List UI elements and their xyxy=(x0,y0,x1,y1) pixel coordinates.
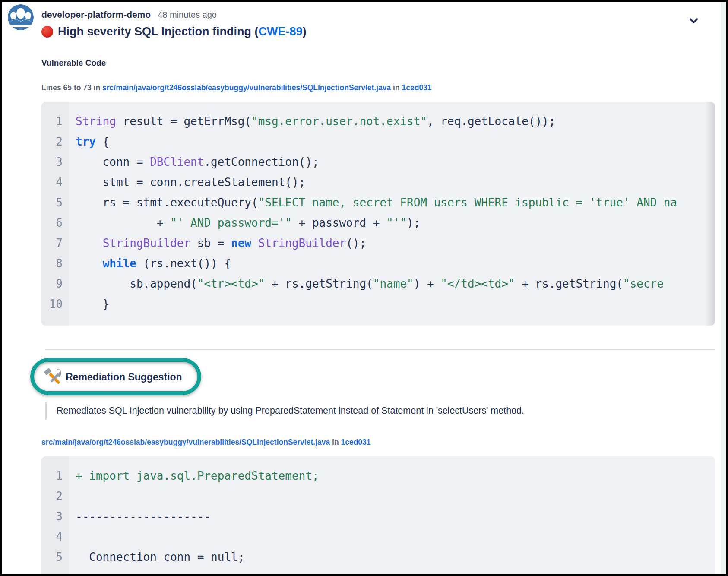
title-close-paren: ) xyxy=(303,25,307,38)
comment-header: developer-platform-demo 48 minutes ago H… xyxy=(2,2,726,38)
line-number: 2 xyxy=(41,486,69,506)
team-avatar-icon[interactable] xyxy=(8,4,34,30)
red-circle-icon xyxy=(41,26,53,38)
in-label: in xyxy=(391,83,402,92)
in-label-2: in xyxy=(330,438,341,446)
lines-range-label: Lines 65 to 73 in xyxy=(41,83,102,92)
commit-link-2[interactable]: 1ced031 xyxy=(341,438,370,446)
code-text: + "' AND password='" + password + "'"); xyxy=(69,213,715,233)
line-number: 6 xyxy=(41,213,69,233)
line-number: 8 xyxy=(41,253,69,274)
code-text xyxy=(69,486,715,506)
remediation-quote-text: Remediates SQL Injection vulnerability b… xyxy=(57,405,524,416)
code-text: Connection conn = null; xyxy=(69,547,715,567)
chevron-down-icon[interactable] xyxy=(688,15,700,28)
code-text xyxy=(69,527,715,547)
line-number: 1 xyxy=(41,466,69,486)
code-line: 3-------------------- xyxy=(41,506,715,527)
code-line: 1+ import java.sql.PreparedStatement; xyxy=(41,466,715,486)
author-name[interactable]: developer-platform-demo xyxy=(41,9,151,20)
code-text: + import java.sql.PreparedStatement; xyxy=(69,466,715,486)
code-line: 2 xyxy=(41,486,715,506)
code-text: String result = getErrMsg("msg.error.use… xyxy=(69,111,715,132)
code-text: while (rs.next()) { xyxy=(69,253,715,274)
line-number: 4 xyxy=(41,527,69,547)
line-number: 4 xyxy=(41,172,69,193)
code-text: conn = DBClient.getConnection(); xyxy=(69,152,715,172)
code-line: 4 stmt = conn.createStatement(); xyxy=(41,172,715,193)
file-path-link-2[interactable]: src/main/java/org/t246osslab/easybuggy/v… xyxy=(41,438,330,446)
byline: developer-platform-demo 48 minutes ago xyxy=(41,9,726,20)
remediation-code-block[interactable]: 1+ import java.sql.PreparedStatement;23-… xyxy=(41,456,715,576)
code-line: 8 while (rs.next()) { xyxy=(41,253,715,274)
code-text: } xyxy=(69,294,715,314)
remediation-heading-row: Remediation Suggestion xyxy=(41,365,715,389)
code-text: stmt = conn.createStatement(); xyxy=(69,172,715,193)
code-line: 4 xyxy=(41,527,715,547)
code-line: 9 sb.append("<tr><td>" + rs.getString("n… xyxy=(41,274,715,294)
code-line: 5 rs = stmt.executeQuery("SELECT name, s… xyxy=(41,193,715,213)
commit-link[interactable]: 1ced031 xyxy=(402,83,432,92)
vulnerable-code-block[interactable]: 1String result = getErrMsg("msg.error.us… xyxy=(41,102,715,326)
line-number: 10 xyxy=(41,294,69,314)
line-number: 3 xyxy=(41,506,69,527)
right-edge-strip xyxy=(721,2,726,574)
line-number: 7 xyxy=(41,233,69,253)
comment-body: Vulnerable Code Lines 65 to 73 in src/ma… xyxy=(41,58,715,576)
section-divider xyxy=(45,349,715,350)
line-number: 9 xyxy=(41,274,69,294)
line-number: 5 xyxy=(41,193,69,213)
vulnerable-code-heading: Vulnerable Code xyxy=(41,58,715,68)
code-line: 3 conn = DBClient.getConnection(); xyxy=(41,152,715,172)
code-line: 2try { xyxy=(41,132,715,152)
screenshot-frame: developer-platform-demo 48 minutes ago H… xyxy=(0,0,728,576)
line-number: 5 xyxy=(41,547,69,567)
file-path-link[interactable]: src/main/java/org/t246osslab/easybuggy/v… xyxy=(102,83,391,92)
title-text: High severity SQL Injection finding ( xyxy=(58,25,259,38)
line-number: 3 xyxy=(41,152,69,172)
code-text: rs = stmt.executeQuery("SELECT name, sec… xyxy=(69,193,715,213)
code-line: 5 Connection conn = null; xyxy=(41,547,715,567)
code-line: 10 } xyxy=(41,294,715,314)
code-line: 1String result = getErrMsg("msg.error.us… xyxy=(41,111,715,132)
hammer-wrench-icon xyxy=(44,368,61,386)
remediation-heading: Remediation Suggestion xyxy=(66,371,182,383)
code-line: 6 + "' AND password='" + password + "'")… xyxy=(41,213,715,233)
code-context-line: Lines 65 to 73 in src/main/java/org/t246… xyxy=(41,83,715,92)
line-number: 1 xyxy=(41,111,69,132)
code-text: -------------------- xyxy=(69,506,715,527)
code-text: sb.append("<tr><td>" + rs.getString("nam… xyxy=(69,274,715,294)
remediation-context-line: src/main/java/org/t246osslab/easybuggy/v… xyxy=(41,438,715,447)
code-text: try { xyxy=(69,132,715,152)
finding-title: High severity SQL Injection finding ( CW… xyxy=(41,25,726,38)
remediation-quote: Remediates SQL Injection vulnerability b… xyxy=(45,402,715,420)
timestamp: 48 minutes ago xyxy=(158,10,217,20)
code-line: 7 StringBuilder sb = new StringBuilder()… xyxy=(41,233,715,253)
code-text: StringBuilder sb = new StringBuilder(); xyxy=(69,233,715,253)
cwe-link[interactable]: CWE-89 xyxy=(259,25,303,38)
line-number: 2 xyxy=(41,132,69,152)
